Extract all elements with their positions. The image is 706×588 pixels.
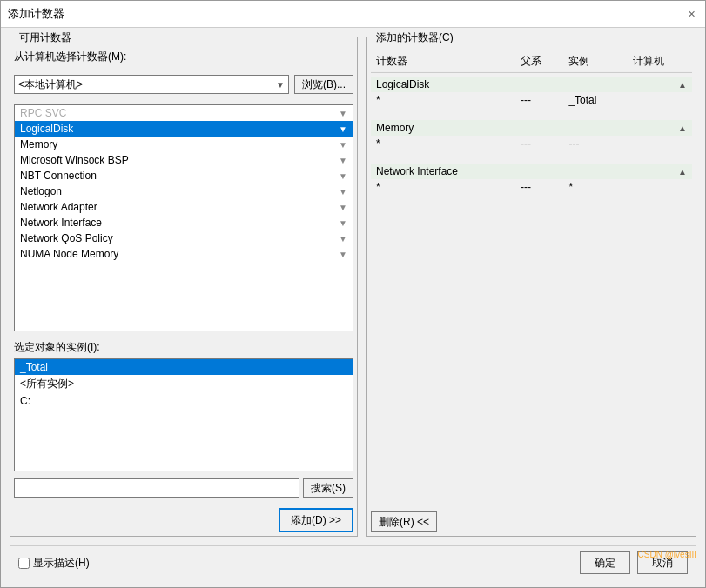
- logicaldisk-collapse-icon[interactable]: ▲: [678, 80, 687, 90]
- section-memory-label: Memory: [376, 122, 414, 134]
- row-counter: *: [371, 136, 515, 151]
- dialog: 添加计数器 ✕ 可用计数器 从计算机选择计数器(M): <本地计算机> ▼ 浏览…: [0, 0, 706, 588]
- show-description-row: 显示描述(H): [18, 556, 90, 571]
- list-item-label: Network Adapter: [20, 201, 97, 213]
- added-content: LogicalDisk ▲ * --- _Total: [367, 73, 696, 504]
- list-item-arrow: ▼: [339, 218, 347, 228]
- col-computer: 计算机: [628, 51, 692, 72]
- instance-item-total[interactable]: _Total: [15, 359, 353, 375]
- available-counters-group: 可用计数器 从计算机选择计数器(M): <本地计算机> ▼ 浏览(B)... R: [10, 37, 358, 537]
- main-row: 可用计数器 从计算机选择计数器(M): <本地计算机> ▼ 浏览(B)... R: [10, 37, 696, 537]
- left-panel: 可用计数器 从计算机选择计数器(M): <本地计算机> ▼ 浏览(B)... R: [10, 37, 358, 537]
- dialog-title: 添加计数器: [8, 6, 64, 22]
- list-item-networkqos[interactable]: Network QoS Policy ▼: [15, 231, 353, 246]
- browse-button[interactable]: 浏览(B)...: [294, 75, 353, 94]
- section-logicaldisk-label: LogicalDisk: [376, 78, 429, 90]
- available-counters-title: 可用计数器: [17, 30, 73, 45]
- watermark: CSDN @lvesIII: [638, 550, 696, 559]
- list-item-label: Memory: [20, 138, 57, 150]
- row-parent: ---: [515, 179, 563, 195]
- table-row: * --- _Total: [371, 92, 692, 108]
- logicaldisk-rows: * --- _Total: [371, 92, 692, 108]
- combo-arrow-icon: ▼: [276, 80, 285, 90]
- instance-item-label: <所有实例>: [20, 378, 74, 390]
- add-button[interactable]: 添加(D) >>: [279, 508, 353, 532]
- row-instance: *: [563, 179, 628, 195]
- list-item-arrow: ▼: [339, 124, 347, 134]
- instance-list[interactable]: _Total <所有实例> C:: [14, 358, 353, 471]
- list-item-label: NBT Connection: [20, 170, 97, 182]
- computer-combo-value: <本地计算机>: [18, 77, 83, 92]
- list-item-memory[interactable]: Memory ▼: [15, 137, 353, 152]
- list-item-rpcsvc[interactable]: RPC SVC ▼: [15, 105, 353, 121]
- instance-item-label: C:: [20, 395, 30, 407]
- row-computer: [628, 179, 692, 195]
- list-item-winsock[interactable]: Microsoft Winsock BSP ▼: [15, 152, 353, 168]
- section-networkinterface-label: Network Interface: [376, 165, 458, 177]
- ok-button[interactable]: 确定: [580, 551, 630, 574]
- networkinterface-rows: * --- *: [371, 179, 692, 195]
- add-row: 添加(D) >>: [14, 504, 353, 532]
- row-parent: ---: [515, 92, 563, 108]
- counter-list[interactable]: RPC SVC ▼ LogicalDisk ▼ Memory ▼ Micro: [14, 104, 353, 331]
- row-instance: _Total: [563, 92, 628, 108]
- list-item-arrow: ▼: [339, 203, 347, 212]
- col-instance: 实例: [563, 51, 628, 72]
- list-item-arrow: ▼: [339, 250, 347, 259]
- list-item-label: NUMA Node Memory: [20, 248, 118, 260]
- added-counters-table: 计数器 父系 实例 计算机: [371, 51, 692, 72]
- row-counter: *: [371, 179, 515, 195]
- memory-rows: * --- ---: [371, 136, 692, 151]
- list-item-label: RPC SVC: [20, 107, 66, 119]
- added-counters-group: 添加的计数器(C) 计数器 父系 实例 计算机: [366, 37, 696, 537]
- instance-item-all[interactable]: <所有实例>: [15, 375, 353, 393]
- list-item-networkadapter[interactable]: Network Adapter ▼: [15, 199, 353, 215]
- table-row: * --- *: [371, 179, 692, 195]
- show-description-checkbox[interactable]: [18, 558, 30, 569]
- list-item-label: Network Interface: [20, 217, 102, 229]
- list-item-arrow: ▼: [339, 109, 347, 118]
- added-counters-title: 添加的计数器(C): [374, 30, 455, 45]
- dialog-body: 可用计数器 从计算机选择计数器(M): <本地计算机> ▼ 浏览(B)... R: [1, 28, 705, 588]
- select-computer-label: 从计算机选择计数器(M):: [14, 50, 126, 64]
- close-button[interactable]: ✕: [684, 7, 698, 21]
- computer-select-row: 从计算机选择计数器(M):: [14, 50, 353, 64]
- section-memory: Memory ▲: [371, 120, 692, 136]
- row-instance: ---: [563, 136, 628, 151]
- list-item-logicaldisk[interactable]: LogicalDisk ▼: [15, 121, 353, 137]
- search-button[interactable]: 搜索(S): [303, 478, 353, 498]
- list-item-label: Microsoft Winsock BSP: [20, 154, 129, 166]
- list-item-numamemory[interactable]: NUMA Node Memory ▼: [15, 246, 353, 262]
- section-networkinterface: Network Interface ▲: [371, 164, 692, 179]
- row-parent: ---: [515, 136, 563, 151]
- list-item-arrow: ▼: [339, 187, 347, 197]
- section-logicaldisk: LogicalDisk ▲: [371, 77, 692, 92]
- bottom-row: 显示描述(H) 确定 取消: [10, 545, 696, 579]
- instance-item-label: _Total: [20, 361, 48, 373]
- list-item-networkinterface[interactable]: Network Interface ▼: [15, 215, 353, 231]
- delete-button[interactable]: 删除(R) <<: [371, 511, 437, 532]
- col-parent: 父系: [515, 51, 563, 72]
- list-item-arrow: ▼: [339, 171, 347, 181]
- col-counter: 计数器: [371, 51, 515, 72]
- list-item-label: LogicalDisk: [20, 123, 73, 135]
- list-item-label: Netlogon: [20, 185, 62, 197]
- right-panel: 添加的计数器(C) 计数器 父系 实例 计算机: [366, 37, 696, 537]
- row-counter: *: [371, 92, 515, 108]
- computer-combo-row: <本地计算机> ▼ 浏览(B)...: [14, 75, 353, 94]
- list-item-arrow: ▼: [339, 140, 347, 150]
- list-item-arrow: ▼: [339, 234, 347, 244]
- instance-section: 选定对象的实例(I): _Total <所有实例> C:: [14, 337, 353, 532]
- instance-item-c[interactable]: C:: [15, 393, 353, 409]
- show-description-label: 显示描述(H): [33, 556, 90, 571]
- row-computer: [628, 92, 692, 108]
- search-row: 搜索(S): [14, 478, 353, 498]
- list-item-label: Network QoS Policy: [20, 232, 113, 244]
- computer-combobox[interactable]: <本地计算机> ▼: [14, 75, 289, 94]
- list-item-netlogon[interactable]: Netlogon ▼: [15, 184, 353, 199]
- networkinterface-collapse-icon[interactable]: ▲: [678, 167, 687, 177]
- list-item-nbt[interactable]: NBT Connection ▼: [15, 168, 353, 184]
- memory-collapse-icon[interactable]: ▲: [678, 124, 687, 133]
- search-input[interactable]: [14, 478, 299, 498]
- instance-label: 选定对象的实例(I):: [14, 340, 353, 355]
